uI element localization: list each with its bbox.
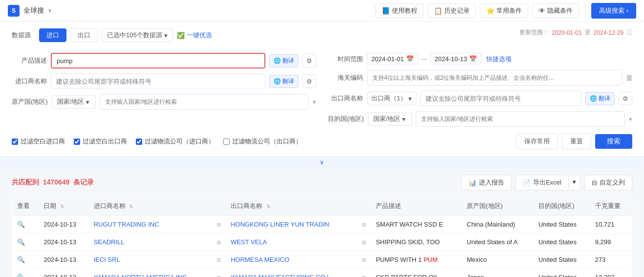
importer-link[interactable]: RUGUT TRADING INC [94, 221, 159, 228]
view-icon[interactable]: 🔍 [17, 256, 25, 263]
col-view: 查看 [12, 197, 39, 216]
history-button[interactable]: 📋 历史记录 [428, 3, 476, 18]
translate-icon: 🌐 [274, 57, 281, 64]
chevron-down-icon[interactable]: ∨ [48, 7, 52, 14]
filter-blank-exporter-checkbox[interactable]: 过滤空白出口商 [74, 137, 127, 146]
importer-link[interactable]: YAMADA NORTH AMERICA INC [94, 274, 187, 277]
importer-cell: YAMADA NORTH AMERICA INC [89, 269, 210, 277]
list-icon[interactable]: ☰ [626, 74, 632, 82]
divider [585, 4, 585, 18]
translate-product-button[interactable]: 🌐 翻译 [269, 54, 299, 68]
filter-logistics-exporter-input[interactable] [223, 138, 230, 145]
translate-exporter-button[interactable]: 🌐 翻译 [585, 92, 615, 105]
date-separator: — [421, 55, 428, 63]
date-start-picker[interactable]: 2024-01-01 📅 [367, 53, 418, 65]
product-settings-icon[interactable]: ⚙ [302, 54, 316, 68]
exporter-link[interactable]: WEST VELA [231, 238, 267, 246]
importer-link[interactable]: SEADRILL [94, 238, 125, 246]
filter-logistics-exporter-checkbox[interactable]: 过滤物流公司（出口商） [223, 137, 302, 146]
destination-dropdown-icon2: ▾ [629, 115, 632, 123]
collapse-handle[interactable]: ∨ [0, 157, 644, 168]
datasource-select[interactable]: 已选中105个数据源 ▾ [102, 28, 173, 42]
results-count: 共匹配到 1470649 条记录 [12, 178, 94, 187]
date-end-picker[interactable]: 2024-10-13 📅 [430, 53, 482, 65]
importer-settings-icon[interactable]: ⚙ [302, 74, 316, 88]
exporter-link[interactable]: YAMADA MANUFACTURING CO L [231, 274, 330, 277]
filter-logistics-importer-checkbox[interactable]: 过滤物流公司（进口商） [136, 137, 215, 146]
exporter-cell: HORMESA MEXICO [226, 251, 355, 269]
product-input[interactable] [51, 53, 265, 69]
copy-exporter-icon[interactable]: ⧉ [362, 239, 366, 245]
origin-cell: Japan [462, 269, 534, 277]
onestep-button[interactable]: ✅ 一键优选 [177, 31, 212, 40]
report-label: 进入报告 [479, 178, 504, 187]
sort-date-icon[interactable]: ⇅ [60, 204, 64, 209]
origin-dropdown-icon: ▾ [86, 98, 89, 106]
results-header: 共匹配到 1470649 条记录 📊 进入报告 📄 导出Excel ▾ ⊟ 自定… [12, 175, 632, 190]
search-button[interactable]: 搜索 [595, 134, 632, 149]
copy-importer-icon[interactable]: ⧉ [217, 222, 221, 228]
copy-exporter-icon[interactable]: ⧉ [362, 222, 366, 228]
excel-dropdown-button[interactable]: ▾ [569, 175, 580, 190]
copy-importer-icon[interactable]: ⧉ [217, 275, 221, 277]
importer-link[interactable]: IECI SRL [94, 256, 120, 263]
filter-logistics-importer-input[interactable] [136, 138, 142, 145]
reset-button[interactable]: 重置 [562, 134, 591, 149]
exporter-type-select[interactable]: 出口商（1） ▾ [367, 92, 416, 105]
exporter-row: 出口商名称 出口商（1） ▾ 🌐 翻译 ⚙ [328, 91, 632, 106]
exporter-settings-icon[interactable]: ⚙ [619, 92, 632, 105]
importer-input[interactable] [51, 73, 265, 89]
origin-country-select[interactable]: 国家/地区 ▾ [52, 95, 96, 109]
start-date-value: 2024-01-01 [371, 55, 404, 63]
copy-importer-icon[interactable]: ⧉ [217, 257, 221, 263]
common-conditions-button[interactable]: ⭐ 常用条件 [480, 3, 528, 18]
export-tab[interactable]: 出口 [70, 28, 98, 42]
export-excel-button[interactable]: 📄 导出Excel [515, 175, 569, 190]
exporter-copy-cell: ⧉ [355, 233, 371, 251]
advanced-search-button[interactable]: 高级搜索 › [591, 3, 636, 19]
update-range-row: 更新范围： 2020-01-01 至 2024-12-29 ⓘ [519, 28, 632, 37]
destination-cell: United States [534, 269, 590, 277]
translate-icon2: 🌐 [274, 78, 281, 85]
copy-exporter-icon[interactable]: ⧉ [362, 257, 366, 263]
sort-importer-icon[interactable]: ⇅ [129, 204, 133, 209]
view-cell: 🔍 [12, 216, 39, 233]
custom-columns-button[interactable]: ⊟ 自定义列 [584, 175, 632, 190]
tutorial-button[interactable]: 📘 使用教程 [375, 3, 424, 18]
filter-blank-exporter-input[interactable] [74, 138, 80, 145]
sort-exporter-icon[interactable]: ⇅ [266, 204, 270, 209]
hs-code-input[interactable] [367, 70, 623, 86]
table-row: 🔍2024-10-13IECI SRL⧉HORMESA MEXICO⧉PUMPS… [12, 251, 632, 269]
destination-row: 目的国(地区) 国家/地区 ▾ ▾ [328, 111, 632, 127]
excel-label: 导出Excel [533, 178, 561, 187]
import-tab[interactable]: 进口 [39, 28, 66, 42]
view-icon[interactable]: 🔍 [17, 221, 25, 228]
check-icon: ✅ [177, 32, 185, 39]
hide-conditions-button[interactable]: 👁 隐藏条件 [532, 3, 579, 18]
exporter-link[interactable]: HORMESA MEXICO [231, 256, 289, 263]
filter-blank-importer-input[interactable] [12, 138, 18, 145]
copy-importer-icon[interactable]: ⧉ [217, 239, 221, 245]
save-common-button[interactable]: 保存常用 [516, 134, 558, 149]
destination-country-input[interactable] [416, 111, 625, 127]
translate-label: 翻译 [282, 57, 294, 65]
view-icon[interactable]: 🔍 [17, 274, 25, 277]
quick-options-button[interactable]: 快捷选项 [486, 55, 512, 64]
filter-blank-importer-checkbox[interactable]: 过滤空白进口商 [12, 137, 65, 146]
custom-col-label: 自定义列 [600, 178, 625, 187]
product-highlight-text: PUM [424, 256, 438, 263]
origin-country-input[interactable] [100, 94, 309, 110]
weight-cell: 13,202 [590, 269, 632, 277]
update-start-date: 2020-01-01 [552, 29, 581, 36]
view-icon[interactable]: 🔍 [17, 238, 25, 246]
enter-report-button[interactable]: 📊 进入报告 [461, 175, 512, 190]
copy-exporter-icon[interactable]: ⧉ [362, 275, 366, 277]
report-icon: 📊 [469, 179, 476, 186]
exporter-link[interactable]: HONGKONG LINER YUN TRADIN [231, 221, 329, 228]
exporter-input[interactable] [420, 91, 581, 106]
destination-country-select[interactable]: 国家/地区 ▾ [368, 112, 412, 126]
hs-code-label: 海关编码 [328, 73, 363, 82]
translate-importer-button[interactable]: 🌐 翻译 [269, 75, 299, 88]
update-label: 更新范围： [519, 28, 549, 37]
calendar-icon: 📅 [406, 55, 414, 63]
